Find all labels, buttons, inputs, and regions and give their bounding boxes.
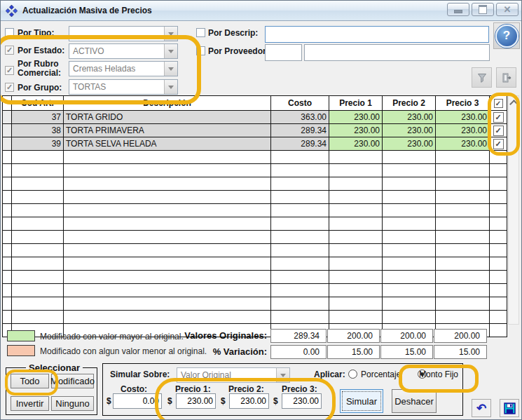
save-button[interactable] [500,399,519,417]
exit-button[interactable] [496,67,516,88]
cell-costo[interactable]: 363.00 [271,111,329,124]
precio3-input[interactable] [282,393,322,409]
por-rubro-combo[interactable]: Cremas Heladas [69,61,178,76]
empty-cell [12,311,64,324]
precio1-input[interactable] [176,393,216,409]
filter-panel: Por Tipo: Por Descrip: ? Por Estado: ACT… [1,21,522,95]
cell-costo[interactable]: 289.34 [271,137,329,151]
simular-sobre-dropdown-button[interactable] [276,368,289,382]
row-checkbox[interactable] [493,139,504,149]
seleccionar-groupbox: Seleccionar Todo Modificado Invertir Nin… [6,367,97,415]
grid-header-row: Cod Art. Descripción Costo Precio 1 Prec… [3,96,507,111]
app-window: Actualización Masiva de Precios ✕ Por Ti… [0,0,522,420]
empty-cell [271,177,329,191]
col-header-descripcion[interactable]: Descripción [64,96,271,111]
por-proveedor-code-input[interactable] [265,44,302,61]
cell-precio3[interactable]: 230.00 [436,137,490,151]
cell-cod[interactable]: 39 [12,137,64,151]
empty-cell [490,297,507,311]
precio2-input[interactable] [229,393,269,409]
por-tipo-checkbox[interactable] [5,28,14,37]
row-selector[interactable] [3,137,12,151]
empty-cell [3,191,12,204]
por-tipo-dropdown-button[interactable] [164,27,177,41]
close-button[interactable]: ✕ [496,3,518,16]
deshacer-button[interactable]: Deshacer [392,389,437,413]
empty-cell [271,231,329,244]
empty-cell [64,204,271,217]
invertir-button[interactable]: Invertir [11,396,49,411]
col-header-precio1[interactable]: Precio 1 [329,96,383,111]
empty-cell [436,191,490,204]
por-estado-dropdown-button[interactable] [164,44,177,58]
simular-button[interactable]: Simular [340,389,383,413]
costo-input[interactable] [113,393,162,409]
cell-descripcion[interactable]: TORTA PRIMAVERA [64,124,271,137]
select-all-checkbox[interactable] [494,99,503,108]
por-grupo-dropdown-button[interactable] [164,80,177,94]
cell-descripcion[interactable]: TORTA GRIDO [64,111,271,124]
por-proveedor-name-input[interactable] [304,44,490,61]
por-estado-checkbox[interactable] [5,46,14,55]
cell-precio3[interactable]: 230.00 [436,111,490,124]
empty-cell [436,284,490,297]
empty-cell [12,204,64,217]
por-grupo-combo[interactable]: TORTAS [69,79,178,95]
empty-cell [490,177,507,191]
por-tipo-combo[interactable] [69,26,178,41]
ninguno-button[interactable]: Ninguno [51,396,94,411]
row-checkbox[interactable] [493,126,504,136]
por-grupo-checkbox[interactable] [5,83,14,92]
por-proveedor-checkbox[interactable] [196,46,205,55]
por-descrip-checkbox[interactable] [196,28,205,37]
maximize-icon [479,5,487,14]
por-estado-combo[interactable]: ACTIVO [69,43,178,59]
cell-cod[interactable]: 38 [12,124,64,137]
empty-cell [3,271,12,284]
cell-precio2[interactable]: 230.00 [383,137,436,151]
row-selector[interactable] [3,111,12,124]
empty-cell [329,177,383,191]
cell-checkbox [490,124,507,137]
scroll-up-button[interactable] [509,97,518,108]
empty-cell [436,271,490,284]
cell-precio3[interactable]: 230.00 [436,124,490,137]
empty-cell [12,217,64,231]
cell-precio1[interactable]: 230.00 [329,137,383,151]
help-button[interactable]: ? [493,22,520,49]
por-descrip-label: Por Descrip: [208,28,258,38]
empty-cell [271,164,329,177]
filter-button[interactable] [472,67,492,88]
cell-cod[interactable]: 37 [12,111,64,124]
cell-precio2[interactable]: 230.00 [383,124,436,137]
precio3-currency-symbol: $ [273,396,278,406]
porcentaje-radio[interactable] [348,370,357,379]
col-header-precio3[interactable]: Precio 3 [436,96,490,111]
empty-cell [490,217,507,231]
col-header-cod[interactable]: Cod Art. [12,96,64,111]
vertical-scrollbar[interactable] [508,95,519,325]
col-header-precio2[interactable]: Precio 2 [383,96,436,111]
cell-precio1[interactable]: 230.00 [329,124,383,137]
cell-checkbox [490,137,507,151]
porcentaje-radio-label[interactable]: Porcentaje [361,370,401,379]
por-descrip-input[interactable] [265,26,489,43]
simular-sobre-combo[interactable]: Valor Original [177,367,290,383]
cell-precio1[interactable]: 230.00 [329,111,383,124]
cell-precio2[interactable]: 230.00 [383,111,436,124]
maximize-button[interactable] [472,3,494,16]
col-header-costo[interactable]: Costo [271,96,329,111]
cell-descripcion[interactable]: TORTA SELVA HELADA [64,137,271,151]
cell-costo[interactable]: 289.34 [271,124,329,137]
todo-button[interactable]: Todo [11,374,49,388]
bottom-panel: Seleccionar Todo Modificado Invertir Nin… [1,362,522,420]
por-rubro-dropdown-button[interactable] [164,62,177,76]
row-checkbox[interactable] [493,112,504,123]
row-selector[interactable] [3,124,12,137]
por-rubro-label: Por Rubro Comercial: [18,60,68,78]
por-rubro-checkbox[interactable] [5,66,14,75]
monto-fijo-radio-label[interactable]: Monto Fijo [419,370,458,379]
modificado-button[interactable]: Modificado [51,374,94,388]
undo-button[interactable]: ↶ [472,399,491,417]
minimize-button[interactable] [447,3,469,16]
